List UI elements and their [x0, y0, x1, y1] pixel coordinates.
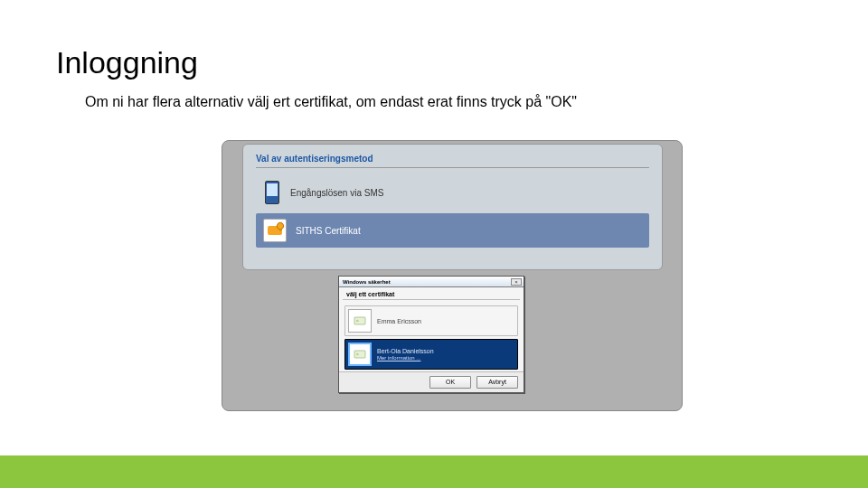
- certificate-avatar-icon: [348, 343, 372, 366]
- certificate-avatar-icon: [348, 309, 372, 333]
- certificate-name: Bert-Ola Danielsson: [377, 348, 434, 354]
- auth-panel-heading: Val av autentiseringsmetod: [256, 154, 649, 168]
- page-title: Inloggning: [56, 45, 198, 80]
- page-subheading: Om ni har flera alternativ välj ert cert…: [85, 94, 577, 110]
- auth-option-label: Engångslösen via SMS: [290, 188, 383, 198]
- certificate-icon: [263, 219, 287, 242]
- svg-rect-2: [354, 351, 365, 358]
- accent-bar: [0, 455, 868, 488]
- auth-option-list: Engångslösen via SMS SITHS Certifikat: [256, 175, 649, 248]
- auth-option-siths[interactable]: SITHS Certifikat: [256, 213, 649, 248]
- windows-security-dialog: Windows säkerhet × välj ett certifikat E…: [338, 276, 524, 393]
- dialog-titlebar: Windows säkerhet ×: [339, 277, 524, 287]
- dialog-subtitle: välj ett certifikat: [339, 287, 524, 299]
- phone-icon: [263, 179, 281, 206]
- certificate-name: Emma Ericsson: [377, 318, 421, 324]
- close-button[interactable]: ×: [511, 278, 522, 286]
- auth-option-label: SITHS Certifikat: [296, 226, 361, 236]
- svg-rect-0: [354, 317, 365, 324]
- certificate-item[interactable]: Emma Ericsson: [344, 305, 518, 336]
- auth-option-sms[interactable]: Engångslösen via SMS: [256, 175, 649, 210]
- dialog-title: Windows säkerhet: [343, 279, 391, 285]
- cancel-button[interactable]: Avbryt: [476, 376, 518, 389]
- auth-panel: Val av autentiseringsmetod Engångslösen …: [242, 144, 663, 270]
- certificate-list: Emma Ericsson Bert-Ola Danielsson Mer in…: [339, 304, 524, 371]
- ok-button[interactable]: OK: [429, 376, 471, 389]
- dialog-separator: [343, 299, 520, 300]
- svg-point-3: [356, 353, 359, 356]
- dialog-footer: OK Avbryt: [339, 371, 524, 392]
- more-information-link[interactable]: Mer information ...: [377, 355, 434, 361]
- certificate-item-selected[interactable]: Bert-Ola Danielsson Mer information ...: [344, 339, 518, 370]
- svg-point-1: [356, 320, 359, 323]
